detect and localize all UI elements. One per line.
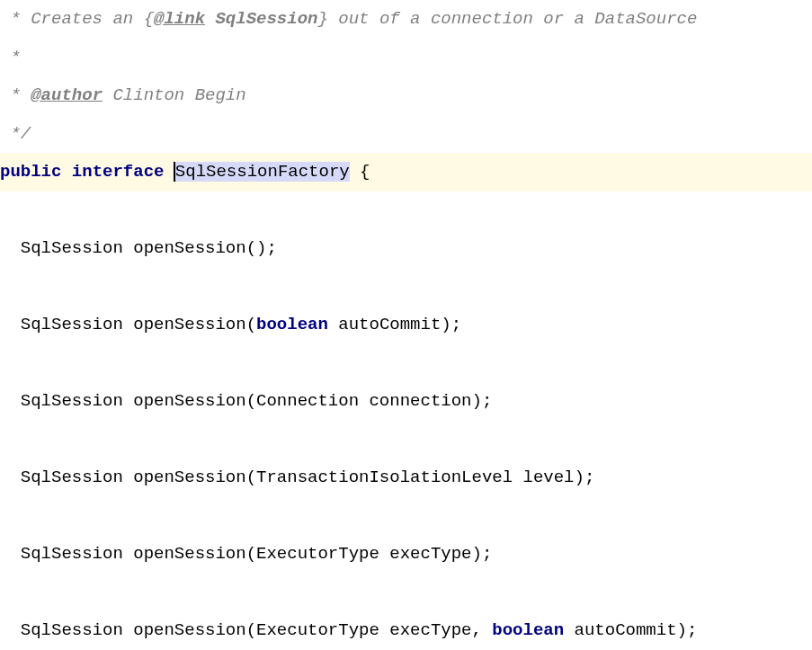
blank-line[interactable] xyxy=(0,191,812,230)
method-signature: SqlSession openSession(Connection connec… xyxy=(0,391,492,411)
method-signature: autoCommit); xyxy=(564,620,697,640)
method-signature: SqlSession openSession(ExecutorType exec… xyxy=(0,544,492,564)
code-line[interactable]: SqlSession openSession(ExecutorType exec… xyxy=(0,535,812,574)
code-editor-viewport[interactable]: * Creates an {@link SqlSession} out of a… xyxy=(0,0,812,650)
method-signature: SqlSession openSession(ExecutorType exec… xyxy=(0,620,492,640)
code-line[interactable]: SqlSession openSession(boolean autoCommi… xyxy=(0,306,812,344)
method-signature: SqlSession openSession(TransactionIsolat… xyxy=(0,467,594,487)
comment-text: * xyxy=(0,85,31,105)
method-signature: SqlSession openSession(); xyxy=(0,238,277,258)
comment-line[interactable]: * Creates an {@link SqlSession} out of a… xyxy=(0,0,812,39)
space xyxy=(61,162,71,182)
javadoc-link-target: SqlSession xyxy=(215,9,317,29)
comment-line[interactable]: * @author Clinton Begin xyxy=(0,76,812,115)
blank-line[interactable] xyxy=(0,574,812,612)
code-line[interactable]: SqlSession openSession(); xyxy=(0,229,812,268)
selected-class-name: SqlSessionFactory xyxy=(175,162,350,182)
method-signature: SqlSession openSession( xyxy=(0,315,256,334)
blank-line[interactable] xyxy=(0,421,812,459)
keyword-boolean: boolean xyxy=(492,620,564,640)
comment-text: Clinton Begin xyxy=(103,85,246,105)
keyword-public: public xyxy=(0,162,61,182)
comment-text: } out of a connection or a DataSource xyxy=(317,9,697,29)
comment-line[interactable]: */ xyxy=(0,115,812,154)
keyword-boolean: boolean xyxy=(256,315,328,334)
keyword-interface: interface xyxy=(72,162,165,182)
comment-text: * Creates an { xyxy=(0,9,154,29)
comment-text xyxy=(205,9,215,29)
brace: { xyxy=(350,162,370,182)
blank-line[interactable] xyxy=(0,268,812,307)
highlighted-line[interactable]: public interface SqlSessionFactory { xyxy=(0,153,812,191)
code-line[interactable]: SqlSession openSession(ExecutorType exec… xyxy=(0,611,812,650)
javadoc-link-tag: @link xyxy=(154,9,205,29)
comment-text: * xyxy=(0,48,21,67)
code-line[interactable]: SqlSession openSession(Connection connec… xyxy=(0,382,812,421)
comment-line[interactable]: * xyxy=(0,39,812,77)
code-line[interactable]: SqlSession openSession(TransactionIsolat… xyxy=(0,459,812,497)
comment-text: */ xyxy=(0,124,31,144)
blank-line[interactable] xyxy=(0,497,812,536)
method-signature: autoCommit); xyxy=(328,315,461,334)
javadoc-author-tag: @author xyxy=(31,85,103,105)
blank-line[interactable] xyxy=(0,344,812,383)
